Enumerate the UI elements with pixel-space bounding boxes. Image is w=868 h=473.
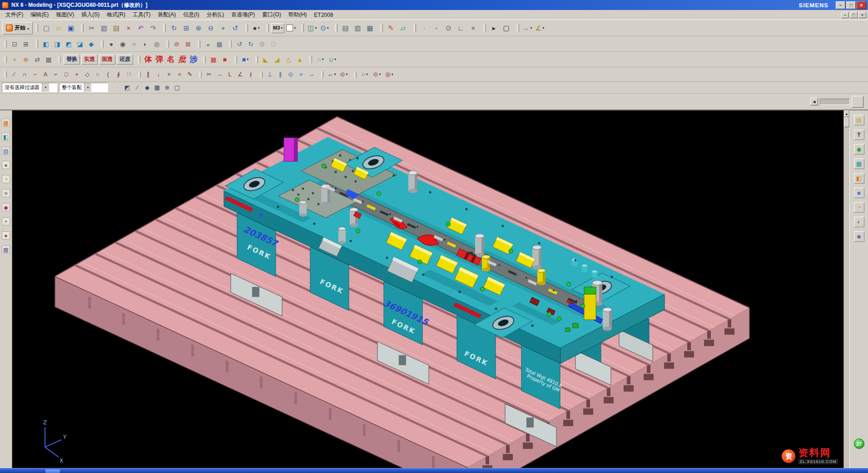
helix-tool[interactable]: ∮ xyxy=(114,70,124,80)
wcs-dynamics-icon[interactable]: + xyxy=(9,54,20,65)
add-component-dropdown[interactable]: ◫ xyxy=(306,22,318,34)
history-tab[interactable]: ◔ xyxy=(854,202,864,213)
vscrollbar-thumb[interactable] xyxy=(844,117,849,127)
trimetric-view-icon[interactable]: ◆ xyxy=(86,39,97,50)
circle-center-tool-dropdown[interactable]: ⊙ xyxy=(371,70,383,80)
pan-view-icon[interactable]: + xyxy=(217,22,229,34)
copy-icon[interactable]: ▥ xyxy=(98,22,110,34)
extend-curve-tool[interactable]: → xyxy=(214,70,224,80)
dock-sheet-icon[interactable]: ▤ xyxy=(2,147,10,155)
assembly-constraints-dropdown[interactable]: ⊙ xyxy=(319,22,331,34)
scroll-up-button[interactable]: ▲ xyxy=(844,110,849,117)
menu-analysis[interactable]: 分析(L) xyxy=(203,10,228,20)
delete-icon[interactable]: × xyxy=(123,22,134,34)
chamfer-tool[interactable]: ∠ xyxy=(235,70,245,80)
menu-window[interactable]: 窗口(O) xyxy=(258,10,284,20)
snap-corner-icon[interactable]: ∟ xyxy=(455,22,467,34)
shaded-edges-mode-icon[interactable]: ◉ xyxy=(117,39,128,50)
project-curve-tool[interactable]: ↓ xyxy=(154,70,164,80)
roles-tab[interactable]: ☻ xyxy=(854,231,864,242)
right-view-icon[interactable]: ◩ xyxy=(63,39,74,50)
clip-section-icon[interactable]: ⊠ xyxy=(183,39,193,50)
dock-list-icon[interactable]: ≡ xyxy=(2,189,10,197)
conic-tool[interactable]: ( xyxy=(103,70,113,80)
refresh-window-icon[interactable]: ⊡ xyxy=(9,39,20,50)
document-minimize-button[interactable]: – xyxy=(841,12,849,18)
select-body-filter[interactable]: ◆ xyxy=(143,83,152,92)
menu-edit[interactable]: 编辑(E) xyxy=(27,10,52,20)
restore-display-toggle[interactable]: 还原 xyxy=(117,55,133,65)
profile-tool[interactable]: ⌐ xyxy=(51,70,61,80)
offset-curve-tool[interactable]: ∥ xyxy=(143,70,153,80)
internet-explorer-tab[interactable]: e xyxy=(854,188,864,198)
fillet-tool[interactable]: L xyxy=(225,70,235,80)
replace-display-toggle[interactable]: 替换 xyxy=(64,55,80,65)
dock-pattern-icon[interactable]: ▩ xyxy=(2,245,10,254)
fit-view-icon[interactable]: ⊞ xyxy=(180,22,192,34)
menu-assemblies[interactable]: 装配(A) xyxy=(154,10,179,20)
class-selection-icon[interactable]: ▢ xyxy=(173,83,182,92)
rotate-view-icon[interactable]: ↺ xyxy=(229,22,241,34)
viewport-vscrollbar[interactable]: ▲ xyxy=(843,110,849,468)
materials-tab[interactable]: ◐ xyxy=(854,217,864,227)
redo-icon[interactable]: ↷ xyxy=(147,22,159,34)
part-navigator-tab[interactable]: ◉ xyxy=(854,144,864,154)
dock-grid-icon[interactable]: ▦ xyxy=(2,119,10,127)
circle-tool-dropdown[interactable]: ○ xyxy=(359,70,371,80)
selection-scope-dropdown-button[interactable] xyxy=(84,83,91,92)
polygon-tool[interactable]: ◇ xyxy=(82,70,92,80)
layer-visibility-icon[interactable]: ▦ xyxy=(364,22,376,34)
front-view-icon[interactable]: ◨ xyxy=(52,39,63,50)
wcs-origin-icon[interactable]: ⊕ xyxy=(20,54,31,65)
selection-scope-combo[interactable]: 整个装配 xyxy=(59,83,108,92)
selection-arrow-icon[interactable]: ▸ xyxy=(488,22,500,34)
dock-palette-icon[interactable]: ◆ xyxy=(2,203,10,211)
parallel-constraint-tool[interactable]: ∥ xyxy=(275,70,285,80)
snapshot-icon[interactable]: ⊙ xyxy=(257,39,268,50)
dock-view-icon[interactable]: ◧ xyxy=(2,133,10,141)
rotate-left-icon[interactable]: ↺ xyxy=(234,39,245,50)
move-object-icon[interactable]: ⇄ xyxy=(32,54,43,65)
menu-information[interactable]: 信息(I) xyxy=(179,10,203,20)
select-edge-filter[interactable]: ∕ xyxy=(133,83,142,92)
surface-analysis-dropdown[interactable]: ∪ xyxy=(327,54,338,65)
minimize-button[interactable]: – xyxy=(836,1,845,9)
dock-tools-icon[interactable]: + xyxy=(2,217,10,225)
dock-history-icon[interactable]: ◔ xyxy=(2,175,10,183)
open-file-icon[interactable]: ▱ xyxy=(53,22,64,34)
dock-panel-button[interactable] xyxy=(852,96,863,108)
equal-constraint-tool[interactable]: = xyxy=(296,70,306,80)
highlight-toggle[interactable]: ▦ xyxy=(153,83,162,92)
macro-name-button[interactable]: 名 xyxy=(165,54,176,65)
face-translucent-toggle[interactable]: 面透 xyxy=(99,55,115,65)
section-view-icon[interactable]: ⊘ xyxy=(171,39,182,50)
linear-dimension-dropdown[interactable]: ↔ xyxy=(326,70,337,80)
bridge-curve-tool[interactable]: ≈ xyxy=(174,70,184,80)
radial-dimension-dropdown[interactable]: ⊙ xyxy=(338,70,350,80)
undo-icon[interactable]: ↶ xyxy=(135,22,147,34)
hd3d-tools-tab[interactable]: ◧ xyxy=(854,173,864,184)
datum-plane-icon[interactable]: ▱ xyxy=(397,22,409,34)
notification-badge[interactable]: 27 xyxy=(854,438,864,449)
horizontal-scrollbar-track[interactable] xyxy=(820,99,850,105)
constraint-tool[interactable]: ⊥ xyxy=(265,70,275,80)
constraint-navigator-tab[interactable]: T xyxy=(854,129,864,140)
menu-view[interactable]: 视图(V) xyxy=(52,10,78,20)
sketch-icon[interactable]: ✎ xyxy=(385,22,397,34)
selection-filter-combo[interactable]: 没有选择过滤器 xyxy=(2,83,57,92)
fit-window-icon[interactable]: ⊞ xyxy=(20,39,31,50)
show-hide-icon[interactable]: ◒ xyxy=(203,39,213,50)
background-color-dropdown[interactable] xyxy=(285,22,297,34)
dock-sphere-icon[interactable]: ● xyxy=(2,161,10,169)
snap-center-icon[interactable]: ⊙ xyxy=(443,22,455,34)
line-tool[interactable]: ∕ xyxy=(9,70,19,80)
facet-mode-icon[interactable]: ◎ xyxy=(151,39,162,50)
menu-tools[interactable]: 工具(T) xyxy=(129,10,154,20)
divide-curve-tool[interactable]: ∤ xyxy=(246,70,256,80)
assembly-navigator-tab[interactable]: ▤ xyxy=(854,115,864,125)
rectangle-tool[interactable]: □ xyxy=(61,70,71,80)
refresh-view-icon[interactable]: ↻ xyxy=(168,22,180,34)
measure-angle-dropdown[interactable]: ∠ xyxy=(534,22,546,34)
document-restore-button[interactable]: □ xyxy=(850,12,858,18)
macro-batch-button[interactable]: 批 xyxy=(177,54,188,65)
